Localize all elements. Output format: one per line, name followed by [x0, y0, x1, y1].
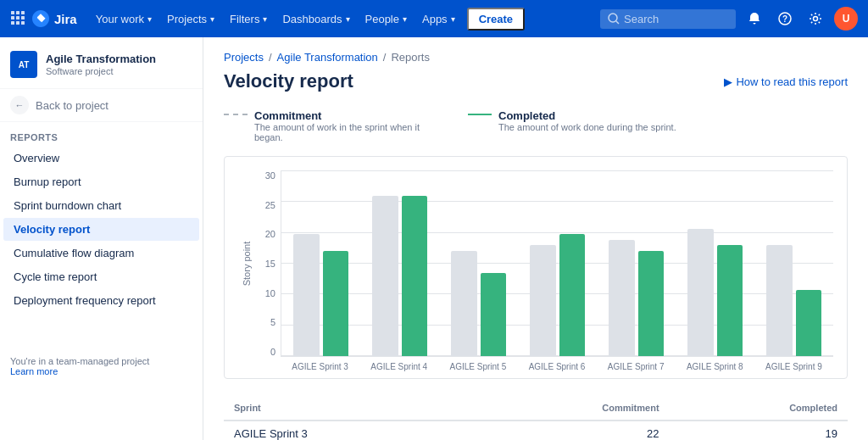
cell-sprint: AGILE Sprint 3 — [224, 421, 468, 440]
sidebar-item-cycle[interactable]: Cycle time report — [3, 265, 199, 288]
search-icon-inline — [607, 12, 620, 25]
nav-apps[interactable]: Apps ▾ — [415, 9, 462, 29]
sidebar-item-deployment[interactable]: Deployment frequency report — [3, 289, 199, 312]
svg-line-10 — [616, 21, 619, 24]
grid-icon — [10, 10, 27, 27]
project-name: Agile Transformation — [46, 53, 156, 67]
learn-more-link[interactable]: Learn more — [10, 366, 58, 376]
svg-point-9 — [609, 14, 617, 22]
completed-bar — [402, 196, 428, 356]
breadcrumb-projects[interactable]: Projects — [224, 51, 264, 64]
chart-column — [518, 170, 597, 356]
settings-icon — [809, 12, 822, 25]
sidebar-item-cumulative[interactable]: Cumulative flow diagram — [3, 242, 199, 265]
commitment-bar — [451, 251, 477, 356]
svg-point-13 — [814, 17, 818, 21]
nav-projects[interactable]: Projects ▾ — [160, 9, 221, 29]
back-to-project-button[interactable]: ← Back to project — [0, 89, 203, 122]
legend-completed: Completed The amount of work done during… — [468, 109, 676, 142]
completed-line-icon — [468, 114, 492, 115]
cell-completed: 19 — [670, 421, 848, 440]
topnav-right: ? U — [600, 7, 858, 31]
velocity-chart: Story point 30 25 20 15 10 5 0 — [224, 156, 848, 379]
sidebar-item-velocity[interactable]: Velocity report — [3, 218, 199, 241]
legend-commitment-desc: The amount of work in the sprint when it… — [254, 122, 441, 142]
commitment-bar — [766, 245, 793, 356]
sidebar-item-sprint-burndown[interactable]: Sprint burndown chart — [3, 194, 199, 217]
y-axis-ticks: 30 25 20 15 10 5 0 — [255, 170, 281, 357]
svg-rect-2 — [21, 11, 25, 14]
completed-bar — [559, 234, 586, 356]
chart-legend: Commitment The amount of work in the spr… — [224, 109, 848, 142]
chart-column — [754, 170, 833, 356]
main-content: Projects / Agile Transformation / Report… — [203, 37, 868, 440]
create-button[interactable]: Create — [467, 8, 525, 31]
topnav-menu: Your work ▾ Projects ▾ Filters ▾ Dashboa… — [89, 8, 525, 31]
back-icon: ← — [10, 96, 29, 114]
commitment-bar — [293, 234, 320, 356]
chart-column — [281, 170, 360, 356]
breadcrumb-agile-transformation[interactable]: Agile Transformation — [277, 51, 378, 64]
page-header: Velocity report ▶ How to read this repor… — [224, 70, 848, 92]
help-icon: ? — [778, 12, 792, 25]
commitment-bar — [687, 229, 714, 356]
velocity-table: Sprint Commitment Completed AGILE Sprint… — [224, 396, 848, 440]
nav-filters[interactable]: Filters ▾ — [223, 9, 274, 29]
col-sprint: Sprint — [224, 396, 468, 421]
breadcrumb-reports: Reports — [391, 51, 430, 64]
commitment-line-icon — [224, 114, 248, 115]
jira-logo-icon — [32, 10, 49, 27]
table-body: AGILE Sprint 32219AGILE Sprint 42929AGIL… — [224, 421, 848, 440]
chart-columns — [281, 170, 833, 356]
settings-button[interactable] — [804, 7, 827, 31]
nav-your-work[interactable]: Your work ▾ — [89, 9, 159, 29]
legend-completed-label: Completed — [498, 109, 676, 122]
sidebar-item-overview[interactable]: Overview — [3, 147, 199, 170]
completed-bar — [638, 251, 665, 356]
reports-section-title: Reports — [0, 122, 203, 146]
how-to-link[interactable]: ▶ How to read this report — [724, 75, 848, 88]
x-axis-label: AGILE Sprint 8 — [676, 362, 754, 371]
commitment-bar — [372, 196, 398, 356]
svg-rect-5 — [21, 16, 25, 19]
page-title: Velocity report — [224, 70, 353, 92]
x-axis-labels: AGILE Sprint 3AGILE Sprint 4AGILE Sprint… — [281, 362, 833, 371]
svg-rect-0 — [11, 11, 14, 14]
breadcrumb: Projects / Agile Transformation / Report… — [224, 51, 848, 64]
svg-rect-4 — [16, 16, 19, 19]
legend-completed-desc: The amount of work done during the sprin… — [498, 122, 676, 132]
table-header-row: Sprint Commitment Completed — [224, 396, 848, 421]
help-button[interactable]: ? — [773, 7, 797, 31]
x-axis-label: AGILE Sprint 3 — [281, 362, 359, 371]
bell-icon — [748, 12, 761, 25]
svg-rect-8 — [21, 21, 25, 25]
svg-rect-1 — [16, 11, 19, 14]
chart-plot-area — [281, 170, 833, 357]
completed-bar — [481, 273, 507, 356]
svg-rect-7 — [16, 21, 19, 25]
nav-dashboards[interactable]: Dashboards ▾ — [275, 9, 356, 29]
sidebar: AT Agile Transformation Software project… — [0, 37, 203, 440]
cell-commitment: 22 — [468, 421, 669, 440]
notifications-button[interactable] — [743, 7, 766, 31]
completed-bar — [717, 245, 743, 356]
chart-column — [360, 170, 439, 356]
col-commitment: Commitment — [468, 396, 669, 421]
legend-commitment-label: Commitment — [254, 109, 441, 122]
sidebar-item-burnup[interactable]: Burnup report — [3, 170, 199, 193]
col-completed: Completed — [670, 396, 848, 421]
search-input[interactable] — [600, 9, 736, 29]
x-axis-label: AGILE Sprint 4 — [359, 362, 438, 371]
user-avatar[interactable]: U — [834, 7, 858, 31]
nav-people[interactable]: People ▾ — [359, 9, 414, 29]
completed-bar — [323, 251, 349, 356]
x-axis-label: AGILE Sprint 6 — [517, 362, 596, 371]
legend-commitment: Commitment The amount of work in the spr… — [224, 109, 441, 142]
page-layout: AT Agile Transformation Software project… — [0, 0, 868, 440]
svg-rect-3 — [11, 16, 14, 19]
project-icon: AT — [10, 51, 37, 78]
app-logo[interactable]: Jira — [10, 10, 77, 27]
app-name: Jira — [54, 12, 77, 26]
completed-bar — [796, 290, 822, 356]
y-axis-label: Story point — [242, 242, 252, 287]
